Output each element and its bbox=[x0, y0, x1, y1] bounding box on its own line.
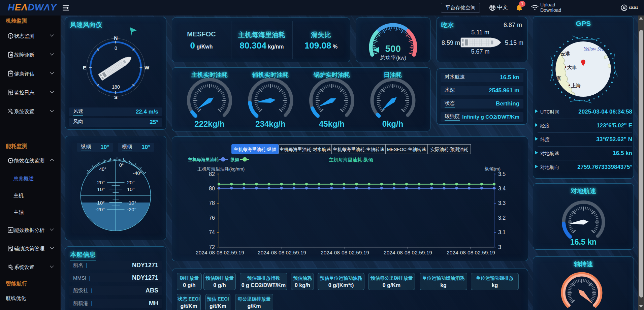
svg-text:3.2: 3.2 bbox=[498, 215, 506, 221]
svg-text:80: 80 bbox=[209, 186, 215, 191]
svg-text:京: 京 bbox=[556, 75, 561, 81]
svg-text:2024-08-08 02:59:19: 2024-08-08 02:59:19 bbox=[321, 250, 369, 255]
svg-text:3.1: 3.1 bbox=[498, 229, 506, 235]
svg-text:72: 72 bbox=[209, 244, 215, 250]
svg-text:大丰: 大丰 bbox=[567, 65, 577, 70]
svg-text:云港: 云港 bbox=[560, 51, 570, 56]
svg-text:3.3: 3.3 bbox=[498, 200, 506, 206]
svg-text:2024-08-08 02:59:19: 2024-08-08 02:59:19 bbox=[196, 250, 244, 255]
svg-text:78: 78 bbox=[209, 200, 215, 206]
svg-text:74: 74 bbox=[209, 229, 215, 235]
svg-text:2024-08-08 02:59:19: 2024-08-08 02:59:19 bbox=[384, 250, 432, 255]
svg-text:2024-08-08 02:59:19: 2024-08-08 02:59:19 bbox=[447, 250, 495, 255]
svg-text:3: 3 bbox=[498, 244, 501, 250]
svg-text:2024-08-08 02:59:19: 2024-08-08 02:59:19 bbox=[258, 250, 306, 255]
svg-text:Yellow Sea: Yellow Sea bbox=[584, 46, 604, 52]
svg-text:3.4: 3.4 bbox=[498, 186, 506, 191]
svg-text:上海: 上海 bbox=[571, 83, 581, 88]
svg-text:76: 76 bbox=[209, 215, 215, 221]
